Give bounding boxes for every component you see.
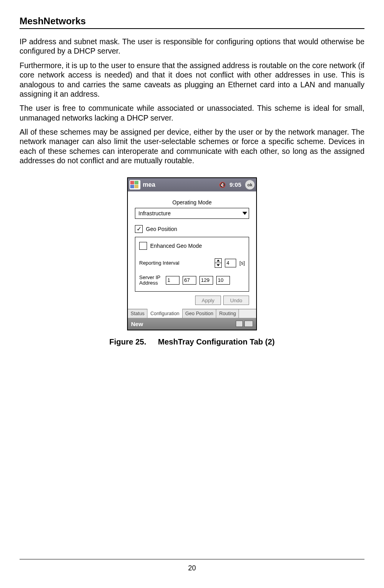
clock: 9:05 (230, 181, 241, 188)
header-rule (20, 28, 364, 29)
geo-position-checkbox[interactable]: ✓ (135, 225, 143, 233)
tab-status[interactable]: Status (128, 309, 147, 318)
figure-text: MeshTray Configuration Tab (2) (158, 337, 275, 346)
header-title: MeshNetworks (20, 16, 364, 27)
speaker-icon[interactable]: 🔇 (219, 182, 226, 188)
reporting-interval-unit: [s] (239, 260, 245, 266)
tab-row: Status Configuration Geo Position Routin… (128, 309, 256, 318)
footer: 20 (20, 556, 364, 572)
enhanced-geo-label: Enhanced Geo Mode (150, 243, 202, 249)
keyboard-icon[interactable] (244, 321, 253, 327)
chevron-down-icon (242, 212, 247, 215)
start-icon[interactable] (129, 180, 140, 189)
tab-configuration[interactable]: Configuration (147, 308, 182, 318)
server-ip-row: Server IPAddress 1 67 129 10 (139, 275, 245, 286)
ip-octet-2[interactable]: 67 (183, 276, 196, 285)
reporting-interval-value[interactable]: 4 (225, 259, 236, 267)
undo-button[interactable]: Undo (223, 296, 249, 305)
device-screenshot: mea 🔇 9:05 ok Operating Mode Infrastruct… (127, 177, 257, 331)
tray-icons (236, 321, 253, 327)
spinner-down-icon[interactable] (215, 263, 221, 267)
reporting-interval-label: Reporting Interval (139, 260, 179, 266)
enhanced-geo-row: Enhanced Geo Mode (139, 242, 245, 250)
spinner-up-icon[interactable] (215, 259, 221, 263)
tab-geo-position[interactable]: Geo Position (183, 309, 217, 318)
operating-mode-value: Infrastructure (138, 210, 170, 216)
bottom-bar: New (128, 318, 256, 330)
paragraph-1: IP address and subnet mask. The user is … (20, 37, 364, 56)
title-bar: mea 🔇 9:05 ok (128, 178, 256, 191)
paragraph-4: All of these schemes may be assigned per… (20, 127, 364, 166)
new-button[interactable]: New (131, 321, 143, 327)
tab-routing[interactable]: Routing (216, 309, 239, 318)
paragraph-2: Furthermore, it is up to the user to ens… (20, 61, 364, 99)
body-text: IP address and subnet mask. The user is … (20, 37, 364, 166)
action-row: Apply Undo (135, 296, 249, 305)
apply-button[interactable]: Apply (195, 296, 221, 305)
ip-octet-4[interactable]: 10 (216, 276, 230, 285)
footer-rule (20, 559, 364, 559)
figure-caption: Figure 25. MeshTray Configuration Tab (2… (109, 337, 275, 346)
page-number: 20 (20, 564, 364, 572)
server-ip-label: Server IPAddress (139, 275, 163, 286)
operating-mode-label: Operating Mode (135, 199, 249, 206)
operating-mode-dropdown[interactable]: Infrastructure (135, 208, 249, 219)
ip-octet-1[interactable]: 1 (166, 276, 179, 285)
figure-number: Figure 25. (109, 337, 146, 346)
reporting-interval-row: Reporting Interval 4 [s] (139, 258, 245, 268)
reporting-interval-spinner[interactable] (215, 258, 222, 268)
paragraph-3: The user is free to communicate while as… (20, 103, 364, 123)
panel-body: Operating Mode Infrastructure ✓ Geo Posi… (128, 191, 256, 309)
geo-position-label: Geo Position (146, 226, 177, 232)
title-bar-app: mea (143, 181, 217, 188)
geo-group-box: Enhanced Geo Mode Reporting Interval 4 [… (135, 237, 249, 292)
enhanced-geo-checkbox[interactable] (139, 242, 147, 250)
ok-button[interactable]: ok (245, 180, 255, 189)
ip-octet-3[interactable]: 129 (199, 276, 213, 285)
screenshot-container: mea 🔇 9:05 ok Operating Mode Infrastruct… (20, 177, 364, 347)
geo-position-row: ✓ Geo Position (135, 225, 249, 233)
network-icon[interactable] (236, 321, 243, 327)
